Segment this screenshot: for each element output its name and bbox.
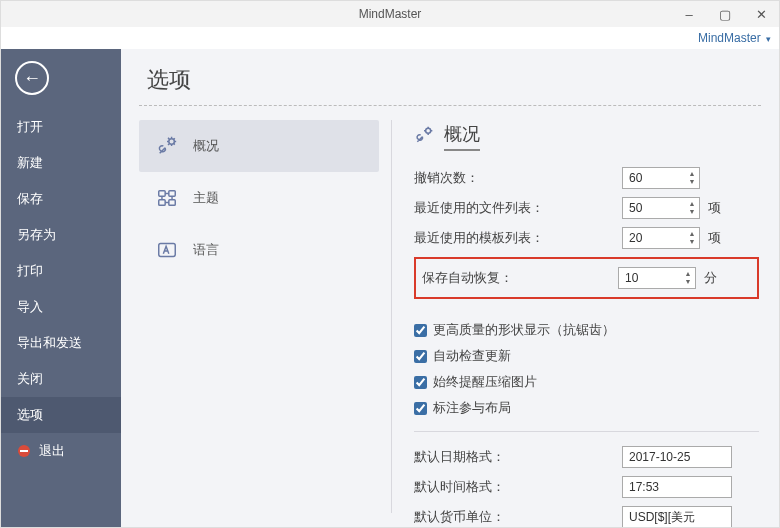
checkbox-label: 自动检查更新 (433, 347, 511, 365)
sidebar-item-options[interactable]: 选项 (1, 397, 121, 433)
sidebar-item-import[interactable]: 导入 (1, 289, 121, 325)
checkbox-input[interactable] (414, 350, 427, 363)
arrow-left-icon: ← (23, 68, 41, 89)
spinner-down-icon[interactable]: ▼ (685, 278, 692, 286)
input-value: 17:53 (629, 480, 659, 494)
checkbox-label: 标注参与布局 (433, 399, 511, 417)
title-bar: MindMaster – ▢ ✕ (1, 1, 779, 27)
spinner-value: 50 (629, 201, 642, 215)
sidebar-item-new[interactable]: 新建 (1, 145, 121, 181)
sidebar-item-print[interactable]: 打印 (1, 253, 121, 289)
unit: 项 (708, 199, 726, 217)
sidebar-exit-label: 退出 (39, 442, 65, 460)
wrench-gear-icon (414, 125, 434, 148)
highlight-auto-recover: 保存自动恢复： 10 ▲▼ 分 (414, 257, 759, 299)
checkbox-input[interactable] (414, 402, 427, 415)
svg-rect-3 (159, 191, 165, 197)
checkbox-callout-layout[interactable]: 标注参与布局 (414, 395, 759, 421)
svg-rect-6 (169, 200, 175, 206)
input-value: 2017-10-25 (629, 450, 690, 464)
spinner-up-icon[interactable]: ▲ (689, 230, 696, 238)
sidebar-item-exit[interactable]: 退出 (1, 433, 121, 469)
checkbox-label: 更高质量的形状显示（抗锯齿） (433, 321, 615, 339)
checkbox-input[interactable] (414, 324, 427, 337)
checkbox-antialias[interactable]: 更高质量的形状显示（抗锯齿） (414, 317, 759, 343)
label-auto-recover: 保存自动恢复： (422, 269, 610, 287)
close-button[interactable]: ✕ (743, 1, 779, 27)
row-date-format: 默认日期格式： 2017-10-25 (414, 442, 759, 472)
horizontal-divider (414, 431, 759, 432)
sidebar-item-open[interactable]: 打开 (1, 109, 121, 145)
option-nav-theme[interactable]: 主题 (139, 172, 379, 224)
chevron-down-icon: ▾ (766, 34, 771, 44)
language-icon (155, 238, 179, 262)
sidebar: ← 打开 新建 保存 另存为 打印 导入 导出和发送 关闭 选项 退出 (1, 49, 121, 527)
app-menu-label: MindMaster (698, 31, 761, 45)
maximize-button[interactable]: ▢ (707, 1, 743, 27)
wrench-gear-icon (155, 134, 179, 158)
option-nav-label: 主题 (193, 189, 219, 207)
option-nav-general[interactable]: 概况 (139, 120, 379, 172)
option-nav: 概况 主题 语言 (121, 106, 391, 527)
svg-rect-1 (20, 450, 28, 452)
app-menu-link[interactable]: MindMaster ▾ (698, 31, 771, 45)
sidebar-item-saveas[interactable]: 另存为 (1, 217, 121, 253)
unit: 项 (708, 229, 726, 247)
label-recent-templates: 最近使用的模板列表： (414, 229, 614, 247)
spinner-value: 20 (629, 231, 642, 245)
minimize-button[interactable]: – (671, 1, 707, 27)
window-title: MindMaster (359, 7, 422, 21)
theme-icon (155, 186, 179, 210)
option-nav-label: 语言 (193, 241, 219, 259)
row-time-format: 默认时间格式： 17:53 (414, 472, 759, 502)
input-currency[interactable]: USD[$][美元 (622, 506, 732, 527)
main-panel: 选项 概况 主题 (121, 49, 779, 527)
svg-rect-4 (169, 191, 175, 197)
sidebar-item-save[interactable]: 保存 (1, 181, 121, 217)
spinner-recent-files[interactable]: 50 ▲▼ (622, 197, 700, 219)
checkbox-compress-reminder[interactable]: 始终提醒压缩图片 (414, 369, 759, 395)
back-button[interactable]: ← (15, 61, 49, 95)
spinner-up-icon[interactable]: ▲ (685, 270, 692, 278)
detail-panel: 概况 撤销次数： 60 ▲▼ 最近使用的文件列表： 50 (392, 106, 779, 527)
section-header: 概况 (414, 122, 759, 151)
checkbox-input[interactable] (414, 376, 427, 389)
option-nav-label: 概况 (193, 137, 219, 155)
label-date-format: 默认日期格式： (414, 448, 614, 466)
unit: 分 (704, 269, 722, 287)
option-nav-language[interactable]: 语言 (139, 224, 379, 276)
checkbox-auto-update[interactable]: 自动检查更新 (414, 343, 759, 369)
window-controls: – ▢ ✕ (671, 1, 779, 27)
svg-rect-5 (159, 200, 165, 206)
row-auto-recover: 保存自动恢复： 10 ▲▼ 分 (422, 263, 751, 293)
spinner-undo[interactable]: 60 ▲▼ (622, 167, 700, 189)
section-title: 概况 (444, 122, 480, 151)
checkbox-label: 始终提醒压缩图片 (433, 373, 537, 391)
app-menu-row: MindMaster ▾ (1, 27, 779, 49)
spinner-auto-recover[interactable]: 10 ▲▼ (618, 267, 696, 289)
label-time-format: 默认时间格式： (414, 478, 614, 496)
spinner-down-icon[interactable]: ▼ (689, 208, 696, 216)
spinner-up-icon[interactable]: ▲ (689, 200, 696, 208)
row-recent-templates: 最近使用的模板列表： 20 ▲▼ 项 (414, 223, 759, 253)
spinner-down-icon[interactable]: ▼ (689, 178, 696, 186)
spinner-down-icon[interactable]: ▼ (689, 238, 696, 246)
input-value: USD[$][美元 (629, 509, 695, 526)
content: 概况 主题 语言 (121, 106, 779, 527)
row-undo: 撤销次数： 60 ▲▼ (414, 163, 759, 193)
spinner-value: 60 (629, 171, 642, 185)
spinner-recent-templates[interactable]: 20 ▲▼ (622, 227, 700, 249)
exit-icon (17, 444, 31, 458)
label-currency: 默认货币单位： (414, 508, 614, 526)
label-recent-files: 最近使用的文件列表： (414, 199, 614, 217)
label-undo: 撤销次数： (414, 169, 614, 187)
body: ← 打开 新建 保存 另存为 打印 导入 导出和发送 关闭 选项 退出 选项 (1, 49, 779, 527)
spinner-up-icon[interactable]: ▲ (689, 170, 696, 178)
app-window: MindMaster – ▢ ✕ MindMaster ▾ ← 打开 新建 保存… (0, 0, 780, 528)
page-title: 选项 (121, 49, 779, 105)
spinner-value: 10 (625, 271, 638, 285)
input-date-format[interactable]: 2017-10-25 (622, 446, 732, 468)
input-time-format[interactable]: 17:53 (622, 476, 732, 498)
sidebar-item-close[interactable]: 关闭 (1, 361, 121, 397)
sidebar-item-export[interactable]: 导出和发送 (1, 325, 121, 361)
